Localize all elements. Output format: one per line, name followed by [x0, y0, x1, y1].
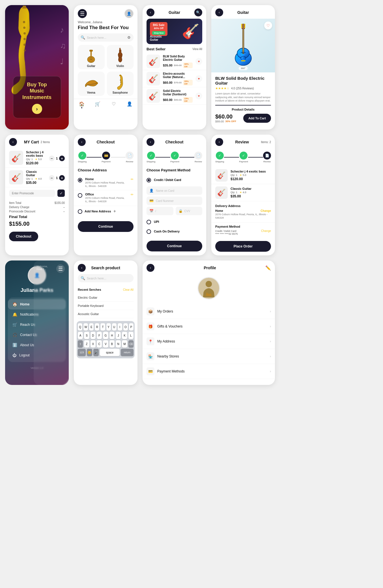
key-emoji[interactable]: 😊	[87, 349, 92, 356]
review-back-btn[interactable]: ‹	[215, 138, 223, 146]
continue-btn[interactable]: Continue	[78, 221, 134, 232]
profile-back-btn[interactable]: ‹	[147, 264, 154, 272]
recent-item-2[interactable]: Portable Keyboard	[78, 302, 134, 310]
edit-profile-btn[interactable]: ✏️	[265, 265, 271, 271]
delivery-change-btn[interactable]: Change	[261, 209, 271, 212]
key-a[interactable]: A	[78, 332, 83, 339]
key-w[interactable]: W	[83, 323, 88, 331]
product-item-2[interactable]: 🎸 Electro-acousticGuitar (Natural... $60…	[143, 70, 206, 87]
wishlist-btn-3[interactable]: ♥	[195, 92, 202, 99]
view-all-btn[interactable]: View All	[192, 48, 202, 51]
key-f[interactable]: F	[97, 332, 102, 339]
payment-change-btn[interactable]: Change	[261, 229, 271, 232]
detail-back-btn[interactable]: ‹	[215, 8, 223, 16]
key-e[interactable]: E	[89, 323, 94, 331]
avatar-btn[interactable]: 👤	[124, 9, 134, 18]
nav-profile[interactable]: 👤	[122, 101, 137, 108]
key-c[interactable]: C	[97, 340, 102, 348]
name-on-card-field[interactable]: 👤 Name on Card	[147, 186, 202, 195]
key-r[interactable]: R	[95, 323, 99, 331]
expiry-field[interactable]: 📅 /	[147, 207, 173, 215]
key-z[interactable]: Z	[84, 340, 89, 348]
key-b[interactable]: B	[109, 340, 115, 348]
key-x[interactable]: X	[91, 340, 96, 348]
nav-wishlist[interactable]: ♡	[106, 101, 122, 108]
qty-minus-1[interactable]: −	[49, 156, 55, 161]
radio-home[interactable]	[78, 178, 82, 182]
sidebar-hamburger-btn[interactable]	[56, 264, 65, 273]
card-number-field[interactable]: 💳 Card Nummer	[147, 197, 202, 205]
cat-violin[interactable]: Violin	[107, 45, 134, 69]
home-search-bar[interactable]: 🔍 Search here... ⚙	[78, 33, 134, 42]
checkout-back-btn[interactable]: ‹	[78, 138, 86, 146]
radio-cash[interactable]	[147, 229, 151, 234]
profile-orders-item[interactable]: 📦 My Orders ›	[143, 304, 275, 319]
product-item-3[interactable]: 🎸 Solid ElectricGuitar (Sunburst) $60.00…	[143, 87, 206, 105]
key-o[interactable]: O	[123, 323, 128, 331]
upi-option[interactable]: UPI	[143, 217, 206, 227]
radio-office[interactable]	[78, 193, 82, 198]
key-h[interactable]: H	[109, 332, 115, 339]
shop-now-btn[interactable]: Shop Now	[152, 31, 165, 35]
qty-plus-1[interactable]: +	[59, 156, 65, 161]
cash-option[interactable]: Cash On Delivery	[143, 227, 206, 236]
credit-card-option[interactable]: Credit / Debit Card	[143, 175, 206, 185]
radio-upi[interactable]	[147, 220, 151, 224]
nav-home[interactable]: 🏠	[74, 101, 90, 108]
profile-payment-item[interactable]: 💳 Payment Methods ›	[143, 364, 275, 379]
cat-veena[interactable]: Veena	[78, 72, 105, 96]
radio-credit[interactable]	[147, 178, 151, 182]
profile-address-item[interactable]: 📍 My Address ›	[143, 334, 275, 349]
cvv-field[interactable]: 🔒 CVV	[176, 207, 203, 215]
cat-saxophone[interactable]: Saxophone	[107, 72, 134, 96]
key-t[interactable]: T	[100, 323, 105, 331]
product-item-1[interactable]: 🎸 BLW Solid BodyElectric Guitar $35.00 $…	[143, 53, 206, 70]
key-n[interactable]: N	[116, 340, 121, 348]
search-back-btn[interactable]: ‹	[78, 264, 86, 272]
key-q[interactable]: Q	[78, 323, 82, 331]
key-123[interactable]: 123	[78, 349, 86, 356]
key-i[interactable]: I	[118, 323, 122, 331]
key-space[interactable]: space	[100, 349, 120, 356]
search-bar[interactable]: 🔍 Search here...	[78, 274, 134, 282]
back-btn[interactable]: ‹	[147, 8, 154, 16]
key-shift[interactable]: ⇧	[78, 340, 83, 348]
checkout-btn[interactable]: Checkout	[9, 232, 38, 241]
cart-back-btn[interactable]: ‹	[9, 138, 17, 146]
key-y[interactable]: Y	[106, 323, 111, 331]
key-u[interactable]: U	[112, 323, 117, 331]
key-m[interactable]: M	[122, 340, 127, 348]
edit-address-home-btn[interactable]: ✏	[131, 177, 134, 181]
splash-arrow-btn[interactable]: ›	[32, 104, 42, 114]
key-mic[interactable]: 🎤	[93, 349, 99, 356]
key-d[interactable]: D	[91, 332, 96, 339]
key-g[interactable]: G	[103, 332, 108, 339]
qty-plus-2[interactable]: +	[59, 175, 65, 181]
search-btn[interactable]: 🔍	[194, 8, 202, 16]
promo-input[interactable]	[9, 190, 55, 197]
key-j[interactable]: J	[116, 332, 121, 339]
payment-continue-btn[interactable]: Continue	[147, 241, 202, 251]
key-s[interactable]: S	[84, 332, 89, 339]
filter-icon[interactable]: ⚙	[127, 35, 131, 40]
qty-minus-2[interactable]: −	[49, 175, 55, 181]
recent-item-3[interactable]: Acoustic Guitar	[78, 310, 134, 318]
add-new-address[interactable]: Add New Address +	[74, 206, 137, 217]
wishlist-btn-2[interactable]: ♥	[195, 75, 202, 82]
key-p[interactable]: P	[129, 323, 134, 331]
edit-address-office-btn[interactable]: ✏	[131, 193, 134, 197]
recent-item-1[interactable]: Electric Guitar	[78, 294, 134, 302]
add-to-cart-btn[interactable]: Add To Cart	[243, 114, 271, 123]
clear-all-btn[interactable]: Clear All	[123, 288, 134, 291]
hamburger-btn[interactable]	[78, 9, 87, 18]
checkout-payment-back-btn[interactable]: ‹	[147, 138, 154, 146]
cat-guitar[interactable]: Guitar	[78, 45, 105, 69]
key-backspace[interactable]: ⌫	[128, 340, 134, 348]
profile-gifts-item[interactable]: 🎁 Gifts & Vouchers ›	[143, 319, 275, 334]
detail-wishlist-btn[interactable]: ♡	[264, 21, 272, 29]
wishlist-btn-1[interactable]: ♥	[195, 58, 202, 65]
nav-cart[interactable]: 🛒	[90, 101, 106, 108]
profile-stores-item[interactable]: 🏪 Nearby Stores ›	[143, 349, 275, 364]
key-return[interactable]: return	[121, 349, 134, 356]
place-order-btn[interactable]: Place Order	[215, 241, 271, 252]
